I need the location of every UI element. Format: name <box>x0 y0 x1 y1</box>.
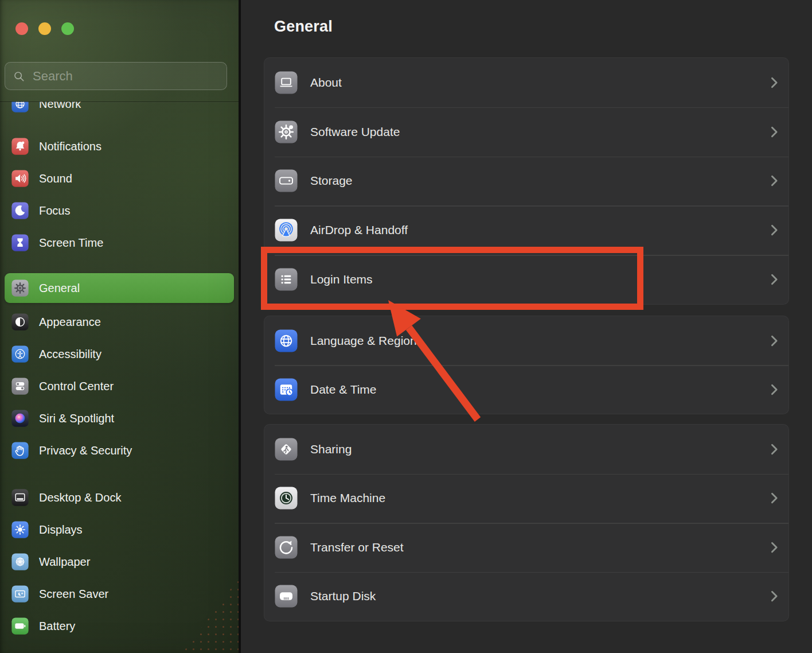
laptop-icon <box>275 71 298 94</box>
settings-row-about[interactable]: About <box>264 58 788 107</box>
settings-row-time-machine[interactable]: Time Machine <box>264 474 788 523</box>
sidebar-item-label: Appearance <box>39 316 101 329</box>
sidebar-item-notifications[interactable]: Notifications <box>5 133 234 160</box>
window-separator <box>239 0 241 653</box>
sidebar-item-accessibility[interactable]: Accessibility <box>5 341 234 367</box>
sidebar-item-control-center[interactable]: Control Center <box>5 373 234 399</box>
sidebar-item-wallpaper[interactable]: Wallpaper <box>5 549 234 575</box>
drive-icon <box>275 169 298 192</box>
sidebar-item-general[interactable]: General <box>5 273 234 303</box>
sidebar-item-label: Control Center <box>39 380 114 393</box>
sidebar-item-label: Sound <box>39 172 72 185</box>
chevron-right-icon <box>771 590 778 602</box>
row-label: Storage <box>310 174 353 188</box>
moon-icon <box>11 202 29 219</box>
settings-row-startup-disk[interactable]: Startup Disk <box>264 572 788 621</box>
sidebar-item-focus[interactable]: Focus <box>5 197 234 224</box>
settings-row-sharing[interactable]: Sharing <box>264 425 788 474</box>
row-label: About <box>310 76 342 90</box>
gear-silver-icon <box>11 279 29 297</box>
main-pane: General AboutSoftware UpdateStorageAirDr… <box>241 0 812 653</box>
row-label: Time Machine <box>310 491 385 505</box>
sidebar-group-3: Desktop & DockDisplaysWallpaperScreen Sa… <box>0 484 239 639</box>
close-button[interactable] <box>15 22 28 35</box>
search-field <box>5 62 227 90</box>
sidebar-item-label: Battery <box>39 620 75 633</box>
time-machine-icon <box>275 487 298 510</box>
sidebar-item-desktop-and-dock[interactable]: Desktop & Dock <box>5 484 234 511</box>
gear-badge-icon <box>275 121 298 143</box>
row-label: Startup Disk <box>310 589 376 603</box>
sidebar-item-siri-and-spotlight[interactable]: Siri & Spotlight <box>5 405 234 432</box>
minimize-button[interactable] <box>38 22 51 35</box>
chevron-right-icon <box>771 126 778 138</box>
chevron-right-icon <box>771 444 778 455</box>
chevron-right-icon <box>771 175 778 186</box>
settings-row-airdrop-and-handoff[interactable]: AirDrop & Handoff <box>264 205 788 255</box>
settings-row-date-and-time[interactable]: Date & Time <box>264 365 788 414</box>
sidebar-item-label: Privacy & Security <box>39 444 132 457</box>
list-icon <box>275 268 298 291</box>
sidebar-item-label: Screen Saver <box>39 588 108 601</box>
zoom-button[interactable] <box>61 22 74 35</box>
row-label: Software Update <box>310 125 400 139</box>
sidebar-group-1: NotificationsSoundFocusScreen Time <box>0 133 239 256</box>
chevron-right-icon <box>771 77 778 88</box>
sidebar-item-label: Accessibility <box>39 348 102 361</box>
sidebar-item-label: Siri & Spotlight <box>39 412 114 425</box>
startup-disk-icon <box>275 585 298 608</box>
search-input[interactable] <box>32 68 220 84</box>
sidebar-header-divider <box>0 102 239 102</box>
row-label: Sharing <box>310 442 352 456</box>
sidebar-item-displays[interactable]: Displays <box>5 516 234 543</box>
sun-icon <box>11 521 29 538</box>
settings-row-language-and-region[interactable]: Language & Region <box>264 316 788 365</box>
sidebar-item-label: Focus <box>39 204 70 217</box>
traffic-lights <box>15 22 74 35</box>
sidebar: Network NotificationsSoundFocusScreen Ti… <box>0 0 239 653</box>
bell-icon <box>11 138 29 155</box>
sidebar-item-screen-time[interactable]: Screen Time <box>5 230 234 256</box>
sidebar-item-label: Wallpaper <box>39 555 90 569</box>
screensaver-icon <box>11 585 29 603</box>
calendar-icon <box>275 378 298 401</box>
settings-row-login-items[interactable]: Login Items <box>264 255 788 304</box>
row-label: Date & Time <box>310 383 377 397</box>
chevron-right-icon <box>771 335 778 347</box>
sidebar-item-label: Screen Time <box>39 236 103 250</box>
sidebar-item-screen-saver[interactable]: Screen Saver <box>5 581 234 607</box>
row-label: Transfer or Reset <box>310 541 404 554</box>
accessibility-icon <box>11 345 29 363</box>
settings-row-transfer-or-reset[interactable]: Transfer or Reset <box>264 523 788 572</box>
globe-icon <box>275 329 298 352</box>
flower-icon <box>11 553 29 570</box>
hand-icon <box>11 442 29 459</box>
sidebar-item-label: General <box>39 282 80 295</box>
toggles-icon <box>11 378 29 395</box>
hourglass-icon <box>11 234 29 251</box>
chevron-right-icon <box>771 224 778 236</box>
chevron-right-icon <box>771 492 778 504</box>
sidebar-item-sound[interactable]: Sound <box>5 165 234 192</box>
appearance-icon <box>11 313 29 331</box>
settings-card-3: SharingTime MachineTransfer or ResetStar… <box>264 424 789 621</box>
sidebar-item-label: Desktop & Dock <box>39 491 121 504</box>
sidebar-item-battery[interactable]: Battery <box>5 613 234 639</box>
speaker-icon <box>11 170 29 187</box>
settings-cards: AboutSoftware UpdateStorageAirDrop & Han… <box>241 0 812 653</box>
dock-icon <box>11 489 29 506</box>
sidebar-group-2: GeneralAppearanceAccessibilityControl Ce… <box>0 273 239 464</box>
search-icon <box>12 69 26 83</box>
sidebar-item-appearance[interactable]: Appearance <box>5 309 234 335</box>
settings-row-storage[interactable]: Storage <box>264 157 788 206</box>
airdrop-icon <box>275 219 298 242</box>
row-label: Login Items <box>310 273 373 286</box>
sharing-icon <box>275 438 298 461</box>
settings-card-2: Language & RegionDate & Time <box>264 316 789 414</box>
settings-row-software-update[interactable]: Software Update <box>264 107 788 157</box>
system-settings-window: Network NotificationsSoundFocusScreen Ti… <box>0 0 812 653</box>
chevron-right-icon <box>771 274 778 285</box>
sidebar-item-privacy-and-security[interactable]: Privacy & Security <box>5 437 234 464</box>
reset-arrow-icon <box>275 536 298 559</box>
sidebar-list: NotificationsSoundFocusScreen TimeGenera… <box>0 102 239 645</box>
